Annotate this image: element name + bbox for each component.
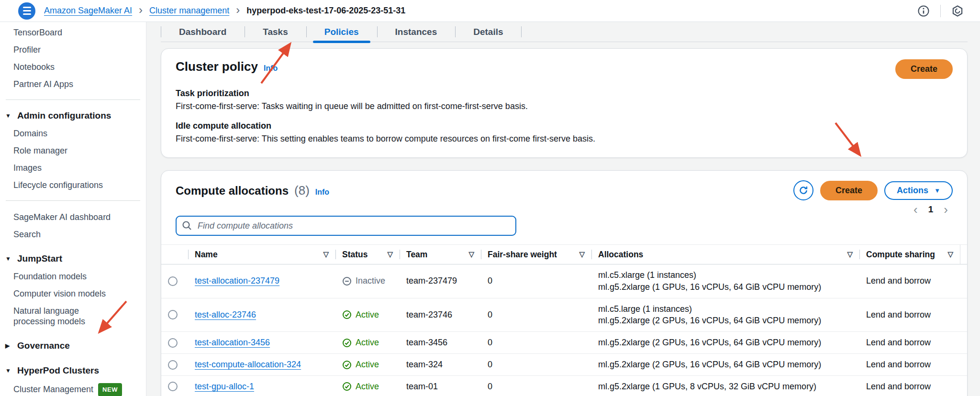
allocations-cell: ml.g5.2xlarge (1 GPUs, 8 vCPUs, 32 GiB v… xyxy=(591,381,859,393)
search-input[interactable] xyxy=(176,216,516,236)
allocation-link[interactable]: test-allocation-3456 xyxy=(195,338,270,347)
team-cell: team-23746 xyxy=(400,310,481,320)
chevron-expanded-icon: ▼ xyxy=(5,367,12,374)
sidebar-section-label: JumpStart xyxy=(17,253,62,264)
compute-sharing-cell: Lend and borrow xyxy=(859,382,960,392)
row-radio[interactable] xyxy=(168,382,178,391)
filter-icon[interactable]: ▽ xyxy=(943,250,953,259)
breadcrumb: Amazon SageMaker AI › Cluster management… xyxy=(44,5,405,17)
compute-sharing-cell: Lend and borrow xyxy=(859,276,960,286)
cluster-policy-create-button[interactable]: Create xyxy=(895,59,953,79)
filter-icon[interactable]: ▽ xyxy=(842,250,853,259)
row-radio[interactable] xyxy=(168,360,178,370)
sidebar-section-label: HyperPod Clusters xyxy=(17,365,99,376)
sidebar-item-role-manager[interactable]: Role manager xyxy=(0,142,146,159)
sidebar-item-nlp-models[interactable]: Natural language processing models xyxy=(0,302,134,330)
sidebar-item-images[interactable]: Images xyxy=(0,159,146,176)
sidebar-item-domains[interactable]: Domains xyxy=(0,125,146,142)
sidebar-item-cluster-management[interactable]: Cluster ManagementNEW xyxy=(0,380,146,396)
sidebar-item-computer-vision-models[interactable]: Computer vision models xyxy=(0,285,146,302)
compute-allocations-count: (8) xyxy=(294,183,310,198)
pagination-prev-icon[interactable]: ‹ xyxy=(913,203,918,216)
compute-sharing-cell: Lend and borrow xyxy=(859,310,960,320)
hexagon-icon[interactable] xyxy=(951,5,964,17)
sagemaker-cluster-management-screen: Amazon SageMaker AI › Cluster management… xyxy=(0,0,980,396)
task-prioritization-desc: First-come-first-serve: Tasks waiting in… xyxy=(176,101,953,111)
allocation-link[interactable]: test-compute-allocation-324 xyxy=(195,360,301,369)
table-row: test-compute-allocation-324 Active team-… xyxy=(161,354,967,376)
filter-icon[interactable]: ▽ xyxy=(318,250,329,259)
status-badge: Active xyxy=(342,360,393,370)
sidebar-item-lifecycle-configurations[interactable]: Lifecycle configurations xyxy=(0,176,146,194)
breadcrumb-separator-icon: › xyxy=(139,4,143,16)
compute-allocations-info-link[interactable]: Info xyxy=(315,188,329,197)
table-row: test-allocation-3456 Active team-3456 0 … xyxy=(161,332,967,354)
tab-policies[interactable]: Policies xyxy=(306,22,377,42)
row-radio[interactable] xyxy=(168,310,178,319)
tab-instances[interactable]: Instances xyxy=(377,22,456,42)
new-badge: NEW xyxy=(98,383,122,396)
sidebar-item-notebooks[interactable]: Notebooks xyxy=(0,58,146,76)
tab-details[interactable]: Details xyxy=(455,22,521,42)
tab-dashboard[interactable]: Dashboard xyxy=(161,22,245,42)
task-prioritization-label: Task prioritization xyxy=(176,88,953,99)
active-check-icon xyxy=(342,382,352,391)
refresh-icon xyxy=(798,185,809,196)
sidebar-item-profiler[interactable]: Profiler xyxy=(0,41,146,58)
sidebar-item-tensorboard[interactable]: TensorBoard xyxy=(0,24,146,41)
row-radio[interactable] xyxy=(168,338,178,348)
sidebar-item-foundation-models[interactable]: Foundation models xyxy=(0,268,146,285)
sidebar-divider xyxy=(6,200,140,201)
compute-allocations-table: Name▽ Status▽ Team▽ Fair-share weight▽ A… xyxy=(161,244,967,396)
row-radio[interactable] xyxy=(168,276,178,286)
filter-icon[interactable]: ▽ xyxy=(574,250,585,259)
menu-icon[interactable] xyxy=(18,2,35,20)
team-cell: team-324 xyxy=(400,360,481,370)
actions-dropdown-button[interactable]: Actions ▼ xyxy=(884,181,953,200)
breadcrumb-cluster-management[interactable]: Cluster management xyxy=(149,6,229,16)
team-cell: team-3456 xyxy=(400,338,481,348)
sidebar-item-search[interactable]: Search xyxy=(0,226,146,243)
sidebar-section-label: Admin configurations xyxy=(17,110,111,121)
compute-allocations-card: Compute allocations (8) Info Create xyxy=(161,170,968,396)
compute-allocations-create-button[interactable]: Create xyxy=(820,181,878,200)
cluster-policy-info-link[interactable]: Info xyxy=(264,64,278,73)
chevron-expanded-icon: ▼ xyxy=(5,255,12,262)
allocation-link[interactable]: test-alloc-23746 xyxy=(195,310,256,319)
sidebar-section-governance[interactable]: ▶ Governance xyxy=(0,337,146,355)
sidebar-section-jumpstart[interactable]: ▼ JumpStart xyxy=(0,250,146,268)
topbar-divider xyxy=(940,5,941,17)
tab-bar: Dashboard Tasks Policies Instances Detai… xyxy=(161,22,968,42)
sidebar-section-admin-configurations[interactable]: ▼ Admin configurations xyxy=(0,107,146,125)
pagination-page-1[interactable]: 1 xyxy=(928,204,934,215)
table-header-row: Name▽ Status▽ Team▽ Fair-share weight▽ A… xyxy=(161,244,967,264)
allocation-link[interactable]: test-gpu-alloc-1 xyxy=(195,382,254,391)
pagination-next-icon[interactable]: › xyxy=(944,203,948,216)
filter-icon[interactable]: ▽ xyxy=(382,250,393,259)
sidebar-section-hyperpod-clusters[interactable]: ▼ HyperPod Clusters xyxy=(0,362,146,380)
info-icon[interactable] xyxy=(917,5,930,17)
allocation-link[interactable]: test-allocation-237479 xyxy=(195,276,279,286)
sidebar-item-partner-ai-apps[interactable]: Partner AI Apps xyxy=(0,76,146,93)
compute-sharing-cell: Lend and borrow xyxy=(859,338,960,348)
search-icon xyxy=(182,220,192,231)
tab-tasks[interactable]: Tasks xyxy=(245,22,306,42)
filter-icon[interactable]: ▽ xyxy=(464,250,474,259)
idle-compute-allocation-label: Idle compute allocation xyxy=(176,121,953,131)
refresh-button[interactable] xyxy=(793,180,813,200)
status-badge: Active xyxy=(342,310,393,320)
status-badge: Active xyxy=(342,338,393,348)
table-row: test-gpu-alloc-1 Active team-01 0 ml.g5.… xyxy=(161,376,967,396)
column-header-allocations: Allocations▽ xyxy=(591,245,859,264)
status-badge: Inactive xyxy=(342,276,393,286)
table-row: test-alloc-23746 Active team-23746 0 ml.… xyxy=(161,298,967,332)
compute-allocations-title: Compute allocations xyxy=(176,184,289,198)
sidebar-item-sagemaker-dashboard[interactable]: SageMaker AI dashboard xyxy=(0,209,146,226)
chevron-down-icon: ▼ xyxy=(934,187,940,194)
breadcrumb-sagemaker[interactable]: Amazon SageMaker AI xyxy=(44,6,132,16)
sidebar-divider xyxy=(6,99,140,100)
sidebar-section-label: Governance xyxy=(17,341,70,351)
column-header-compute-sharing: Compute sharing▽ xyxy=(859,245,960,264)
idle-compute-allocation-desc: First-come-first-serve: This setting ena… xyxy=(176,134,953,144)
inactive-icon xyxy=(342,276,352,286)
